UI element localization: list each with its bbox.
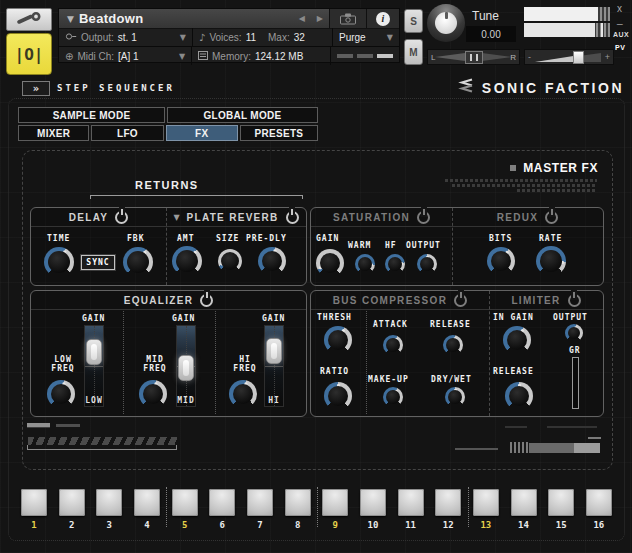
reverb-size-knob[interactable] — [218, 249, 242, 273]
compressor-power-button[interactable] — [454, 294, 467, 307]
pv-button[interactable]: pv — [615, 44, 625, 51]
limiter-power-button[interactable] — [568, 294, 581, 307]
compressor-threshold-knob[interactable] — [324, 326, 352, 354]
compressor-release-knob[interactable] — [443, 335, 463, 355]
gr-label: GR — [569, 346, 581, 355]
step-pad[interactable] — [134, 489, 160, 516]
limiter-release-knob[interactable] — [505, 382, 533, 410]
step-number: 4 — [134, 520, 160, 530]
eq-hi-gain-slider[interactable]: HI — [264, 325, 284, 407]
prev-instrument-icon[interactable]: ◀ — [293, 14, 311, 23]
step-pad[interactable] — [96, 489, 122, 516]
step-pad[interactable] — [59, 489, 85, 516]
solo-button[interactable]: S — [404, 9, 423, 33]
reverb-power-button[interactable] — [286, 211, 299, 224]
reverb-amount-knob[interactable] — [172, 246, 202, 276]
step-pad[interactable] — [548, 489, 574, 516]
step-pad[interactable] — [435, 489, 461, 516]
wrench-button[interactable] — [6, 8, 52, 31]
step-pad[interactable] — [586, 489, 612, 516]
step-number: 10 — [360, 520, 386, 530]
instrument-title-bar[interactable]: ▼ Beatdown ◀ ▶ i — [59, 9, 399, 29]
limiter-ingain-knob[interactable] — [503, 326, 531, 354]
delay-sync-button[interactable]: SYNC — [81, 255, 115, 270]
bus-compressor-header: BUS COMPRESSOR — [311, 291, 489, 309]
mute-button[interactable]: M — [404, 39, 423, 65]
tune-knob[interactable] — [427, 4, 465, 42]
purge-menu[interactable]: Purge ▼ — [333, 28, 399, 46]
redux-bits-knob[interactable] — [487, 247, 515, 275]
attack-label: ATTACK — [373, 320, 408, 329]
redux-rate-knob[interactable] — [536, 246, 566, 276]
saturation-output-knob[interactable] — [417, 254, 437, 274]
output-select[interactable]: Output:st. 1 ▼ — [59, 28, 193, 46]
saturation-gain-knob[interactable] — [316, 249, 344, 277]
step-pad[interactable] — [360, 489, 386, 516]
step-pad[interactable] — [209, 489, 235, 516]
step-pad[interactable] — [322, 489, 348, 516]
eq-low-gain-label: GAIN — [82, 314, 105, 323]
eq-mid-freq-knob[interactable] — [139, 380, 167, 408]
step-pad[interactable] — [21, 489, 47, 516]
memory-icon — [198, 51, 208, 62]
midi-icon: ⊕ — [65, 51, 73, 62]
snapshot-camera-icon[interactable] — [329, 9, 366, 28]
limiter-output-knob[interactable] — [565, 324, 583, 342]
step-number: 11 — [398, 520, 424, 530]
pan-handle[interactable] — [465, 51, 483, 64]
eq-mid-gain-slider[interactable]: MID — [176, 325, 196, 407]
compressor-attack-knob[interactable] — [383, 335, 403, 355]
instrument-title: Beatdown — [79, 11, 293, 26]
step-number: 9 — [322, 520, 348, 530]
compressor-drywet-knob[interactable] — [445, 387, 465, 407]
saturation-hf-knob[interactable] — [385, 254, 405, 274]
delay-time-knob[interactable] — [44, 247, 74, 277]
equalizer-power-button[interactable] — [200, 294, 213, 307]
delay-power-button[interactable] — [115, 211, 128, 224]
redux-power-button[interactable] — [545, 211, 558, 224]
minimize-button[interactable]: _ — [617, 14, 623, 25]
pan-left-label: L — [431, 53, 435, 62]
bits-label: BITS — [489, 234, 512, 243]
saturation-warm-knob[interactable] — [355, 254, 375, 274]
instrument-icon[interactable]: |O| — [6, 33, 52, 75]
fineprint-decoration — [517, 189, 597, 192]
reverb-predelay-knob[interactable] — [258, 247, 286, 275]
aux-button[interactable]: aux — [613, 31, 629, 38]
returns-label: RETURNS — [135, 179, 199, 191]
compressor-makeup-knob[interactable] — [383, 387, 403, 407]
eq-mid-gain-handle[interactable] — [178, 355, 194, 381]
eq-hi-freq-knob[interactable] — [229, 380, 257, 408]
step-number: 8 — [285, 520, 311, 530]
step-sequencer-collapse-button[interactable]: » — [22, 81, 50, 96]
next-instrument-icon[interactable]: ▶ — [311, 14, 329, 23]
delay-feedback-knob[interactable] — [123, 247, 153, 277]
volume-handle[interactable] — [573, 51, 584, 64]
reverb-collapse-icon[interactable]: ▼ — [173, 213, 179, 222]
close-button[interactable]: x — [617, 3, 622, 14]
redux-header: REDUX — [452, 208, 603, 226]
pan-right-wedge — [482, 53, 512, 61]
step-pad[interactable] — [511, 489, 537, 516]
level-meter-right — [524, 23, 610, 37]
volume-wedge-fill — [535, 53, 575, 62]
eq-low-gain-handle[interactable] — [86, 339, 102, 365]
eq-low-freq-knob[interactable] — [47, 380, 75, 408]
step-number: 7 — [247, 520, 273, 530]
delay-reverb-panel: DELAY ▼ PLATE REVERB TIME SYNC FBK AMT S… — [30, 207, 307, 286]
volume-slider[interactable]: - + — [524, 49, 614, 65]
step-number: 6 — [209, 520, 235, 530]
info-icon[interactable]: i — [366, 9, 399, 28]
saturation-power-button[interactable] — [417, 211, 430, 224]
step-pad[interactable] — [398, 489, 424, 516]
compressor-ratio-knob[interactable] — [324, 382, 352, 410]
step-pad[interactable] — [473, 489, 499, 516]
step-pad[interactable] — [285, 489, 311, 516]
eq-hi-gain-handle[interactable] — [266, 338, 282, 364]
collapse-instrument-icon[interactable]: ▼ — [67, 14, 74, 24]
eq-low-gain-slider[interactable]: LOW — [84, 325, 104, 407]
midi-channel-select[interactable]: ⊕ Midi Ch:[A] 1 ▼ — [59, 47, 192, 65]
step-pad[interactable] — [247, 489, 273, 516]
pan-slider[interactable]: L R — [427, 49, 520, 65]
step-pad[interactable] — [172, 489, 198, 516]
